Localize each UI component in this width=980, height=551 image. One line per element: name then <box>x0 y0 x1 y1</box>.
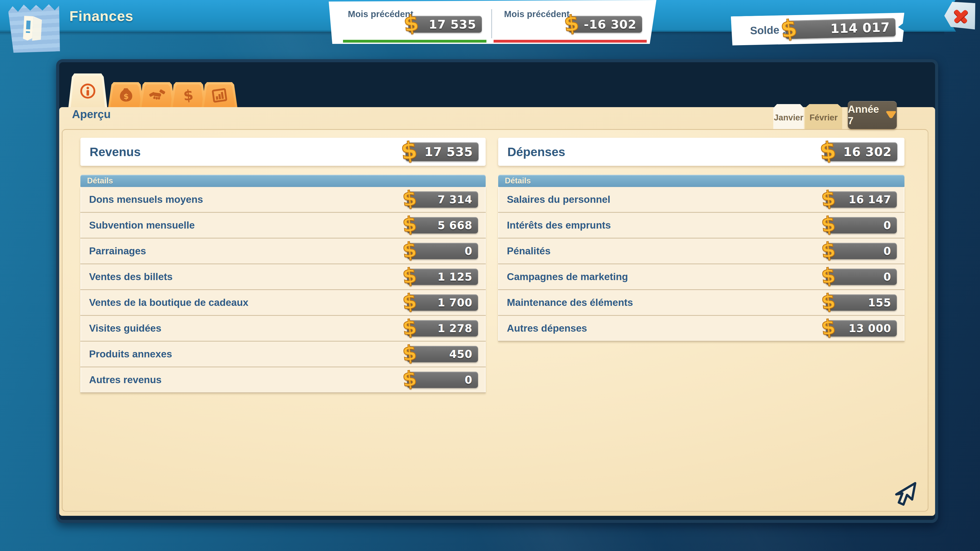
dollar-icon: $ <box>401 342 418 364</box>
dollar-icon: $ <box>563 12 580 35</box>
row-label: Parrainages <box>89 245 146 257</box>
dollar-icon: $ <box>401 239 418 261</box>
table-row: Subvention mensuelle$5 668 <box>80 213 486 238</box>
tab-statistics[interactable] <box>202 82 237 107</box>
year-dropdown[interactable]: Année 7 <box>848 101 897 129</box>
row-value: 1 700 <box>438 297 478 309</box>
dollar-icon: $ <box>181 87 196 104</box>
dollar-icon: $ <box>820 291 837 313</box>
chevron-down-icon <box>885 110 897 121</box>
dollar-icon: $ <box>403 12 420 35</box>
row-value-pill: $16 147 <box>826 191 897 208</box>
expenses-total-pill: $ 16 302 <box>824 142 897 161</box>
dollar-icon: $ <box>401 265 418 287</box>
table-row: Intérêts des emprunts$0 <box>498 213 904 238</box>
row-value-pill: $7 314 <box>407 191 478 208</box>
balance-value: 114 017 <box>830 20 896 36</box>
table-row: Parrainages$0 <box>80 238 486 264</box>
dollar-icon: $ <box>401 291 418 313</box>
row-value-pill: $5 668 <box>407 217 478 233</box>
row-label: Campagnes de marketing <box>507 271 628 283</box>
positive-trend-bar <box>343 40 487 43</box>
dollar-icon: $ <box>401 213 418 235</box>
row-value: 0 <box>465 245 478 257</box>
row-value: 13 000 <box>849 322 897 335</box>
row-label: Autres dépenses <box>507 323 587 334</box>
row-value: 450 <box>449 348 478 360</box>
row-value: 0 <box>883 219 897 232</box>
row-label: Autres revenus <box>89 374 162 386</box>
expenses-rows: Salaires du personnel$16 147Intérêts des… <box>498 187 904 341</box>
row-label: Subvention mensuelle <box>89 220 195 231</box>
month-button-fevrier[interactable]: Février <box>805 104 842 129</box>
tab-overview[interactable] <box>68 73 107 107</box>
revenues-rows: Dons mensuels moyens$7 314Subvention men… <box>80 187 486 393</box>
row-value-pill: $0 <box>826 268 897 285</box>
row-value: 7 314 <box>438 193 478 206</box>
table-row: Ventes des billets$1 125 <box>80 264 486 290</box>
revenues-total-card: Revenus $ 17 535 <box>80 138 486 166</box>
expenses-total-card: Dépenses $ 16 302 <box>498 138 904 166</box>
row-value-pill: $1 125 <box>407 268 478 285</box>
dollar-icon: $ <box>820 239 837 261</box>
previous-month-expense-value: -16 302 <box>584 17 642 32</box>
mouse-cursor <box>891 480 921 511</box>
tab-pricing[interactable]: $ <box>170 82 206 107</box>
expenses-total-value: 16 302 <box>843 144 897 159</box>
tab-donations[interactable]: $ <box>108 82 144 107</box>
finances-window: Finances Mois précédent $ 17 535 Mois pr… <box>0 0 980 551</box>
svg-text:$: $ <box>183 87 194 103</box>
dollar-icon: $ <box>779 16 798 41</box>
revenues-total-pill: $ 17 535 <box>406 142 479 161</box>
table-row: Autres revenus$0 <box>80 367 486 393</box>
expenses-title: Dépenses <box>508 145 565 159</box>
info-icon <box>80 83 96 100</box>
balance-pill: $ 114 017 <box>785 18 896 39</box>
money-bag-icon: $ <box>118 87 134 104</box>
section-title: Aperçu <box>72 106 111 123</box>
handshake-icon <box>149 87 165 104</box>
row-value-pill: $155 <box>826 294 897 311</box>
table-row: Autres dépenses$13 000 <box>498 316 904 341</box>
row-label: Salaires du personnel <box>507 194 610 205</box>
row-label: Maintenance des éléments <box>507 297 633 308</box>
window-title: Finances <box>69 0 134 32</box>
row-value-pill: $0 <box>407 372 478 388</box>
row-label: Ventes des billets <box>89 271 172 283</box>
revenues-details-header: Détails <box>80 175 486 187</box>
previous-month-income-value: 17 535 <box>429 17 482 32</box>
row-value: 1 125 <box>438 271 478 283</box>
row-value: 1 278 <box>438 322 478 335</box>
table-row: Visites guidées$1 278 <box>80 316 486 341</box>
dollar-icon: $ <box>820 188 837 210</box>
expenses-column: Dépenses $ 16 302 Détails Salaires du pe… <box>498 138 904 341</box>
dollar-icon: $ <box>401 368 418 390</box>
previous-month-income: Mois précédent $ 17 535 <box>329 0 491 44</box>
dollar-icon: $ <box>400 138 418 163</box>
row-value-pill: $1 278 <box>407 320 478 337</box>
previous-month-expense-pill: $ -16 302 <box>569 16 642 33</box>
row-label: Ventes de la boutique de cadeaux <box>89 297 248 308</box>
row-label: Pénalités <box>507 245 550 257</box>
table-row: Maintenance des éléments$155 <box>498 290 904 316</box>
row-value-pill: $1 700 <box>407 294 478 311</box>
balance-banner: Solde : $ 114 017 <box>731 12 905 46</box>
previous-month-expense-label: Mois précédent <box>504 9 570 19</box>
year-dropdown-label: Année 7 <box>848 103 882 127</box>
month-button-janvier[interactable]: Janvier <box>773 104 804 129</box>
table-row: Produits annexes$450 <box>80 341 486 367</box>
dollar-icon: $ <box>401 317 418 338</box>
row-value: 0 <box>883 245 897 257</box>
previous-month-banner: Mois précédent $ 17 535 Mois précédent $… <box>329 0 656 44</box>
tab-deals[interactable] <box>139 82 175 107</box>
dollar-icon: $ <box>820 265 837 287</box>
row-value: 16 147 <box>849 193 897 206</box>
row-label: Visites guidées <box>89 323 161 334</box>
table-row: Dons mensuels moyens$7 314 <box>80 187 486 213</box>
table-row: Campagnes de marketing$0 <box>498 264 904 290</box>
finances-ledger-icon <box>8 2 62 54</box>
table-row: Pénalités$0 <box>498 238 904 264</box>
previous-month-income-pill: $ 17 535 <box>408 16 482 33</box>
previous-month-expense: Mois précédent $ -16 302 <box>491 0 654 44</box>
svg-text:$: $ <box>124 92 129 100</box>
